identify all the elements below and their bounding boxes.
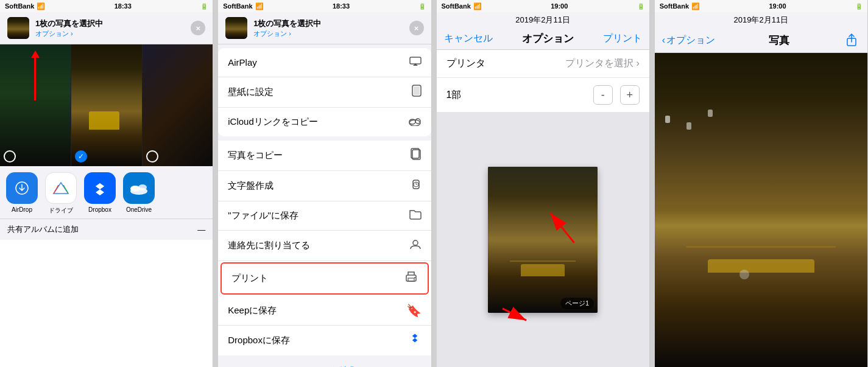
wifi-icon-2: 📶 [255,2,264,10]
menu-item-airplay-text: AirPlay [228,57,409,68]
menu-item-print[interactable]: プリント [221,262,428,295]
printer-option-row[interactable]: プリンタ プリンタを選択 › [437,50,649,78]
panel-4: SoftBank 📶 19:00 🔋 2019年2月11日 ‹ オプション 写真 [655,0,868,367]
photo-strip-1: ✓ [0,44,213,166]
keep-icon: 🔖 [406,303,422,318]
menu-item-keep-text: Keepに保存 [228,305,406,316]
stepper-plus[interactable]: + [620,85,640,105]
status-left-4: SoftBank 📶 [660,2,700,10]
share-info-1: 1枚の写真を選択中 オプション › [35,18,185,38]
print-page-image [488,167,598,313]
time-1: 18:33 [115,2,132,10]
share-sub-1[interactable]: オプション › [35,29,185,38]
carrier-1: SoftBank [5,2,34,10]
share-info-2: 1枚の写真を選択中 オプション › [253,18,403,38]
status-right-2: 🔋 [418,3,426,10]
menu-item-files[interactable]: "ファイル"に保存 [218,201,431,231]
sep-3 [650,0,655,367]
status-bar-1: SoftBank 📶 18:33 🔋 [0,0,213,12]
battery-2: 🔋 [418,3,426,10]
photo-item-2[interactable]: ✓ [71,44,143,166]
panel-3: SoftBank 📶 19:00 🔋 2019年2月11日 キャンセル オプショ… [437,0,650,367]
photo-item-1[interactable] [0,44,71,166]
drive-share-item[interactable]: ドライブ [44,172,78,215]
wifi-icon-1: 📶 [37,2,45,10]
dropbox-label: Dropbox [88,206,111,213]
photo-selector-3[interactable] [146,150,158,163]
share-icon-row-1: AirDrop ドライブ Dropbox [0,166,213,218]
menu-item-wallpaper[interactable]: 壁紙に設定 [218,77,431,108]
close-button-2[interactable]: × [409,21,424,35]
close-button-1[interactable]: × [191,21,205,35]
files-icon [409,209,422,223]
copies-stepper: - + [593,85,640,105]
shared-album-icon: — [197,225,205,234]
menu-item-copy[interactable]: 写真をコピー [218,141,431,171]
back-label: オプション [666,34,715,47]
menu-item-icloud[interactable]: iCloudリンクをコピー [218,108,431,136]
menu-item-copy-text: 写真をコピー [228,150,410,161]
status-right-1: 🔋 [200,3,208,10]
wifi-icon-4: 📶 [691,2,700,10]
time-3: 19:00 [551,2,568,10]
onedrive-share-item[interactable]: OneDrive [122,172,156,215]
status-right-4: 🔋 [855,3,863,10]
print-preview-area: ページ1 [437,113,649,367]
copies-option-row[interactable]: 1部 - + [437,78,649,113]
dropbox-share-item[interactable]: Dropbox [83,172,117,215]
svg-rect-4 [410,57,421,64]
back-button[interactable]: ‹ オプション [662,34,715,47]
drive-icon [45,172,77,204]
photo-selector-2[interactable]: ✓ [75,150,87,163]
airdrop-share-item[interactable]: AirDrop [5,172,39,215]
sep-2 [432,0,437,367]
svg-point-14 [413,240,418,245]
svg-point-17 [414,277,415,278]
dropbox-icon [84,172,116,204]
printer-value[interactable]: プリンタを選択 › [565,57,640,70]
icloud-icon [408,115,422,129]
onedrive-label: OneDrive [126,206,152,213]
airplay-icon [409,55,422,69]
shared-album-label: 共有アルバムに追加 [7,224,79,235]
menu-item-dropbox-save[interactable]: Dropboxに保存 [218,326,431,355]
share-button-4[interactable] [843,32,860,49]
print-button[interactable]: プリント [603,32,642,45]
status-left-3: SoftBank 📶 [442,2,482,10]
menu-item-contact[interactable]: 連絡先に割り当てる [218,231,431,261]
menu-item-watchface[interactable]: 文字盤作成 [218,171,431,201]
photo-nav-title: 写真 [769,33,789,47]
status-left-1: SoftBank 📶 [5,2,45,10]
share-sub-2[interactable]: オプション › [253,29,403,38]
contact-icon [409,238,422,253]
menu-item-print-text: プリント [231,273,404,284]
print-options: プリンタ プリンタを選択 › 1部 - + [437,50,649,113]
battery-4: 🔋 [855,3,863,10]
wallpaper-icon [412,85,422,100]
dropbox-save-icon [409,333,422,348]
menu-item-airplay[interactable]: AirPlay [218,48,431,77]
panel-1: SoftBank 📶 18:33 🔋 1枚の写真を選択中 オプション › × [0,0,213,367]
print-page-preview: ページ1 [488,167,598,313]
stepper-minus[interactable]: - [593,85,613,105]
carrier-2: SoftBank [223,2,252,10]
shared-album-row[interactable]: 共有アルバムに追加 — [0,218,213,240]
options-title: オプション [522,32,574,46]
share-header-2: 1枚の写真を選択中 オプション › × [218,12,431,44]
edit-actions-link[interactable]: アクションを編集... [218,359,431,367]
share-title-1: 1枚の写真を選択中 [35,18,185,29]
menu-item-keep[interactable]: Keepに保存 🔖 [218,296,431,326]
full-photo-view[interactable] [655,53,867,367]
photo-item-3[interactable] [143,44,213,166]
copy-icon [411,148,422,163]
menu-item-contact-text: 連絡先に割り当てる [228,240,409,251]
carrier-4: SoftBank [660,2,689,10]
share-header-1: 1枚の写真を選択中 オプション › × [0,12,213,44]
photo-selector-1[interactable] [4,150,16,163]
back-chevron-icon: ‹ [662,35,665,46]
carrier-3: SoftBank [442,2,471,10]
share-thumb-1 [7,17,29,39]
time-2: 18:33 [333,2,350,10]
cancel-button[interactable]: キャンセル [444,32,493,45]
status-right-3: 🔋 [637,3,644,10]
